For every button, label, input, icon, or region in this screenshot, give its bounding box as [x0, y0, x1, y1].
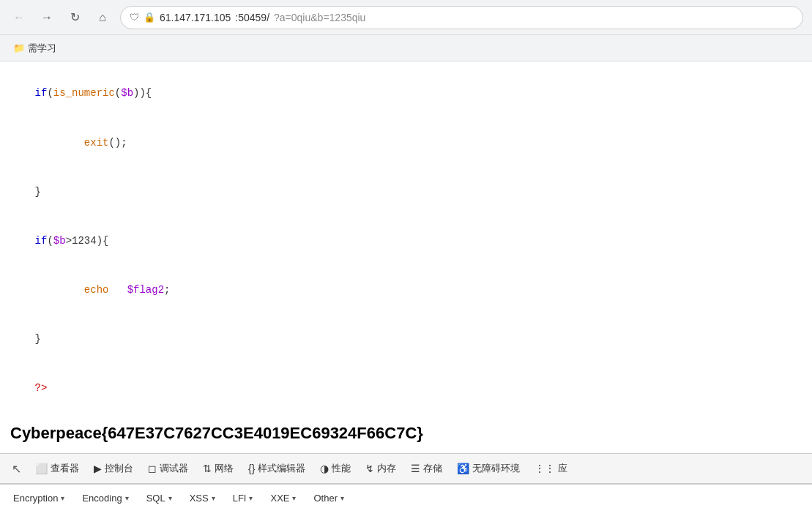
network-label: 网络 [215, 462, 234, 475]
home-button[interactable]: ⌂ [92, 7, 113, 28]
menu-lfi[interactable]: LFI ▾ [226, 490, 261, 507]
sql-label: SQL [146, 493, 165, 504]
page-content: if(is_numeric($b)){ exit(); } if($b>1234… [0, 61, 812, 453]
encoding-arrow: ▾ [125, 494, 129, 502]
devtools-item-style[interactable]: {} 样式编辑器 [242, 459, 311, 478]
browser-bar: ← → ↻ ⌂ 🛡 🔒 61.147.171.105 :50459/ ?a=0q… [0, 0, 812, 35]
devtools-item-memory[interactable]: ↯ 内存 [360, 459, 402, 478]
viewer-label: 查看器 [51, 462, 79, 475]
perf-icon: ◑ [320, 463, 329, 474]
menu-sql[interactable]: SQL ▾ [139, 490, 179, 507]
console-label: 控制台 [105, 462, 133, 475]
lock-icon: 🔒 [144, 12, 155, 23]
devtools-toolbar: ↖ ⬜ 查看器 ▶ 控制台 ◻ 调试器 ⇅ 网络 {} 样式编辑器 ◑ 性能 ↯… [0, 453, 812, 484]
memory-label: 内存 [377, 462, 396, 475]
hackbar-menu-bar: Encryption ▾ Encoding ▾ SQL ▾ XSS ▾ LFI … [0, 485, 812, 508]
devtools-item-debugger[interactable]: ◻ 调试器 [142, 459, 194, 478]
devtools-item-perf[interactable]: ◑ 性能 [314, 459, 357, 478]
reload-button[interactable]: ↻ [64, 7, 85, 28]
bookmark-item[interactable]: 📁 需学习 [9, 40, 61, 56]
address-domain: 61.147.171.105 [160, 12, 231, 23]
devtools-item-accessibility[interactable]: ♿ 无障碍环境 [451, 459, 526, 478]
style-label: 样式编辑器 [258, 462, 305, 475]
forward-button[interactable]: → [37, 7, 57, 28]
code-line-1: if(is_numeric($b)){ [10, 69, 802, 118]
lfi-arrow: ▾ [249, 494, 253, 502]
devtools-item-console[interactable]: ▶ 控制台 [88, 459, 139, 478]
devtools-item-storage[interactable]: ☰ 存储 [405, 459, 448, 478]
menu-other[interactable]: Other ▾ [306, 490, 351, 507]
viewer-icon: ⬜ [35, 463, 48, 474]
menu-xss[interactable]: XSS ▾ [182, 490, 223, 507]
hackbar-panel: Encryption ▾ Encoding ▾ SQL ▾ XSS ▾ LFI … [0, 484, 812, 508]
sql-arrow: ▾ [168, 494, 172, 502]
menu-encoding[interactable]: Encoding ▾ [75, 490, 135, 507]
code-line-5: echo $flag2; [10, 266, 802, 315]
devtools-item-apps[interactable]: ⋮⋮ 应 [529, 459, 573, 478]
other-arrow: ▾ [340, 494, 344, 502]
apps-label: 应 [558, 462, 567, 475]
menu-xxe[interactable]: XXE ▾ [263, 490, 303, 507]
lfi-label: LFI [233, 493, 247, 504]
encryption-label: Encryption [13, 493, 58, 504]
apps-icon: ⋮⋮ [534, 463, 555, 474]
console-icon: ▶ [94, 463, 102, 474]
storage-label: 存储 [423, 462, 442, 475]
address-path: ?a=0qiu&b=1235qiu [274, 12, 365, 23]
address-port: :50459/ [235, 12, 269, 23]
devtools-item-network[interactable]: ⇅ 网络 [197, 459, 239, 478]
code-line-7: ?> [10, 364, 802, 413]
style-icon: {} [248, 463, 255, 474]
encryption-arrow: ▾ [61, 494, 64, 502]
perf-label: 性能 [332, 462, 351, 475]
address-bar[interactable]: 🛡 🔒 61.147.171.105 :50459/ ?a=0qiu&b=123… [120, 6, 803, 29]
encoding-label: Encoding [82, 493, 122, 504]
folder-icon: 📁 [13, 42, 25, 53]
debugger-label: 调试器 [160, 462, 188, 475]
back-button[interactable]: ← [9, 7, 29, 28]
xxe-arrow: ▾ [292, 494, 296, 502]
accessibility-icon: ♿ [457, 463, 469, 474]
shield-icon: 🛡 [130, 12, 139, 23]
xss-label: XSS [190, 493, 209, 504]
xss-arrow: ▾ [212, 494, 215, 502]
other-label: Other [313, 493, 338, 504]
flag-text: Cyberpeace{647E37C7627CC3E4019EC69324F66… [10, 420, 802, 446]
network-icon: ⇅ [203, 463, 212, 474]
menu-encryption[interactable]: Encryption ▾ [6, 490, 72, 507]
memory-icon: ↯ [365, 463, 374, 474]
accessibility-label: 无障碍环境 [472, 462, 520, 475]
code-line-2: exit(); [10, 118, 802, 167]
xxe-label: XXE [270, 493, 289, 504]
debugger-icon: ◻ [148, 463, 157, 474]
devtools-item-viewer[interactable]: ⬜ 查看器 [29, 459, 85, 478]
code-line-4: if($b>1234){ [10, 217, 802, 266]
bookmark-label: 需学习 [28, 42, 56, 55]
code-line-6: } [10, 315, 802, 364]
bookmark-bar: 📁 需学习 [0, 35, 812, 61]
storage-icon: ☰ [411, 463, 420, 474]
devtools-pick-button[interactable]: ↖ [6, 458, 26, 479]
code-line-3: } [10, 167, 802, 216]
